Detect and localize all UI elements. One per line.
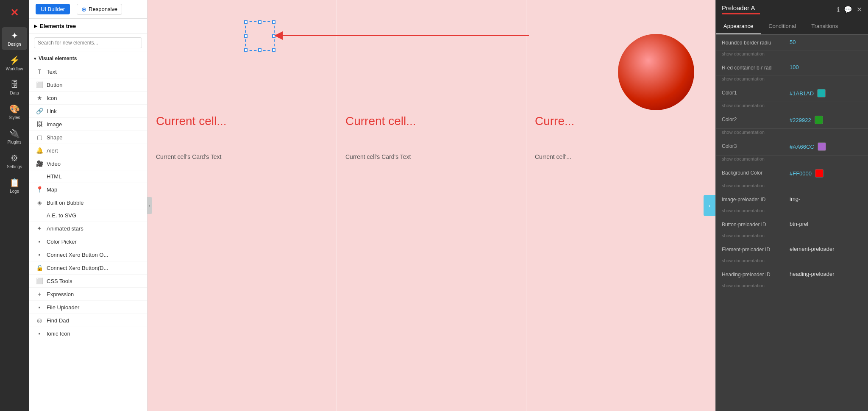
color-swatch-2[interactable]	[817, 89, 826, 97]
elements-panel: UI Builder ⊕ Responsive ▶ Elements tree …	[29, 0, 147, 411]
element-item-connect-xero-d[interactable]: 🔒Connect Xero Button(D...	[29, 261, 147, 275]
element-item-connect-xero-o[interactable]: ▪Connect Xero Button O...	[29, 248, 147, 261]
show-doc-9[interactable]: show documentation	[716, 282, 868, 292]
element-item-built-on-bubble[interactable]: ◈Built on Bubble	[29, 196, 147, 209]
app-logo: ✕	[8, 4, 21, 21]
element-label-connect-xero-d: Connect Xero Button(D...	[47, 265, 108, 271]
element-label-animated-stars: Animated stars	[47, 225, 83, 232]
color-swatch-4[interactable]	[818, 142, 826, 151]
element-item-find-dad[interactable]: ◎Find Dad	[29, 314, 147, 327]
show-doc-4[interactable]: show documentation	[716, 156, 868, 165]
tab-conditional[interactable]: Conditional	[761, 19, 804, 34]
prop-value-0[interactable]: 50	[790, 39, 862, 45]
prop-value-1[interactable]: 100	[790, 64, 862, 70]
sidebar-item-settings[interactable]: ⚙ Settings	[2, 150, 27, 172]
element-item-file-uploader[interactable]: ▪File Uploader	[29, 301, 147, 314]
sidebar-item-design[interactable]: ✦ Design	[2, 27, 27, 50]
element-item-video[interactable]: 🎥Video	[29, 157, 147, 170]
element-item-image[interactable]: 🖼Image	[29, 118, 147, 131]
element-label-ionic-icon: Ionic Icon	[47, 330, 70, 337]
element-item-icon[interactable]: ★Icon	[29, 92, 147, 105]
element-item-alert[interactable]: 🔔Alert	[29, 144, 147, 157]
canvas-right-handle[interactable]: ›	[704, 195, 715, 216]
comment-icon[interactable]: 💬	[844, 6, 852, 14]
element-item-expression[interactable]: +Expression	[29, 288, 147, 301]
element-icon-file-uploader: ▪	[36, 304, 43, 311]
element-item-css-tools[interactable]: ⬜CSS Tools	[29, 275, 147, 288]
element-label-image: Image	[47, 121, 62, 128]
prop-label-1: R-ed container b-r rad	[722, 64, 790, 71]
element-item-ionic-icon[interactable]: ▪Ionic Icon	[29, 327, 147, 340]
prop-row-1: R-ed container b-r rad 100 show document…	[716, 60, 868, 85]
sidebar-item-workflow[interactable]: ⚡ Workflow	[2, 52, 27, 75]
prop-label-0: Rounded border radiu	[722, 39, 790, 46]
show-doc-3[interactable]: show documentation	[716, 129, 868, 138]
show-doc-8[interactable]: show documentation	[716, 257, 868, 267]
prop-color-4: #AA66CC	[790, 142, 826, 151]
color-swatch-3[interactable]	[815, 116, 823, 124]
element-icon-shape: ▢	[36, 134, 43, 141]
element-label-icon: Icon	[47, 95, 57, 101]
prop-row-inner-6: Image-preloader ID img-	[716, 192, 868, 207]
element-icon-color-picker: ▪	[36, 238, 43, 245]
tab-appearance[interactable]: Appearance	[716, 19, 761, 34]
panel-collapse-handle[interactable]: ‹	[147, 197, 152, 214]
close-icon[interactable]: ✕	[857, 6, 862, 14]
color-swatch-5[interactable]	[815, 169, 823, 178]
prop-color-5: #FF0000	[790, 169, 823, 178]
tab-transitions[interactable]: Transitions	[804, 19, 846, 34]
cell-text-3: Current cell'...	[535, 153, 707, 160]
search-input[interactable]	[34, 37, 142, 48]
cell-title-3: Curre...	[535, 114, 707, 128]
prop-row-6: Image-preloader ID img- show documentati…	[716, 192, 868, 217]
show-doc-5[interactable]: show documentation	[716, 182, 868, 192]
canvas-area[interactable]: Current cell... Current cell's Card's Te…	[147, 0, 715, 411]
prop-row-inner-7: Button-preloader ID btn-prel	[716, 217, 868, 232]
element-icon-icon: ★	[36, 94, 43, 101]
ui-builder-button[interactable]: UI Builder	[36, 4, 70, 14]
element-icon-link: 🔗	[36, 108, 43, 114]
visual-elements-header[interactable]: ▾ Visual elements	[29, 52, 147, 65]
prop-value-7: btn-prel	[790, 221, 808, 227]
sidebar-item-plugins[interactable]: 🔌 Plugins	[2, 125, 27, 148]
element-item-shape[interactable]: ▢Shape	[29, 131, 147, 144]
prop-row-4: Color3 #AA66CC show documentation	[716, 138, 868, 165]
element-item-color-picker[interactable]: ▪Color Picker	[29, 235, 147, 248]
element-item-link[interactable]: 🔗Link	[29, 105, 147, 118]
prop-value-9: heading-preloader	[790, 271, 835, 277]
show-doc-6[interactable]: show documentation	[716, 207, 868, 217]
element-item-map[interactable]: 📍Map	[29, 183, 147, 196]
prop-value-3: #229922	[790, 117, 811, 123]
sidebar-item-logs[interactable]: 📋 Logs	[2, 174, 27, 197]
element-item-ae-to-svg[interactable]: A.E. to SVG	[29, 209, 147, 222]
prop-label-8: Element-preloader ID	[722, 246, 790, 253]
sidebar-item-data[interactable]: 🗄 Data	[2, 76, 27, 99]
arrow-line	[275, 35, 529, 36]
show-doc-7[interactable]: show documentation	[716, 232, 868, 242]
canvas-col-2: Current cell... Current cell's Card's Te…	[337, 0, 526, 411]
panel-body: Rounded border radiu 50 show documentati…	[716, 35, 868, 411]
apple-image	[618, 34, 694, 110]
prop-row-inner-5: Background Color #FF0000	[716, 165, 868, 182]
responsive-button[interactable]: ⊕ Responsive	[77, 4, 122, 15]
prop-label-9: Heading-preloader ID	[722, 271, 790, 278]
element-icon-alert: 🔔	[36, 147, 43, 154]
show-doc-1[interactable]: show documentation	[716, 75, 868, 85]
element-item-button[interactable]: ⬜Button	[29, 78, 147, 92]
prop-value-4: #AA66CC	[790, 144, 814, 150]
show-doc-2[interactable]: show documentation	[716, 102, 868, 111]
element-item-animated-stars[interactable]: ✦Animated stars	[29, 222, 147, 235]
element-icon-image: 🖼	[36, 121, 43, 128]
logs-icon: 📋	[9, 178, 20, 188]
info-icon[interactable]: ℹ	[837, 6, 840, 14]
element-item-html[interactable]: HTML	[29, 170, 147, 183]
element-icon-animated-stars: ✦	[36, 225, 43, 232]
show-doc-0[interactable]: show documentation	[716, 50, 868, 60]
element-label-text: Text	[47, 69, 57, 75]
elements-tree-header[interactable]: ▶ Elements tree	[29, 19, 147, 34]
prop-value-8: element-preloader	[790, 246, 835, 252]
element-label-built-on-bubble: Built on Bubble	[47, 200, 83, 206]
sidebar-item-styles[interactable]: 🎨 Styles	[2, 100, 27, 123]
element-label-css-tools: CSS Tools	[47, 278, 72, 284]
element-item-text[interactable]: TText	[29, 65, 147, 78]
